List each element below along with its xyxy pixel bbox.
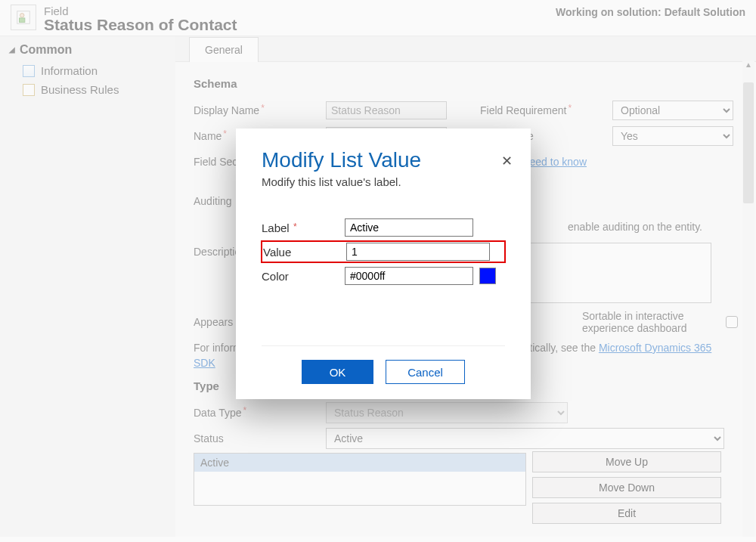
modify-list-value-dialog: ✕ Modify List Value Modify this list val…: [236, 129, 531, 399]
sidebar-section-common[interactable]: Common: [6, 39, 175, 61]
value-input[interactable]: [346, 243, 490, 261]
sidebar-item-business-rules[interactable]: Business Rules: [6, 80, 175, 99]
scroll-thumb[interactable]: [743, 82, 754, 203]
sortable-label: Sortable in interactive experience dashb…: [582, 310, 726, 334]
dialog-subtitle: Modify this list value's label.: [262, 175, 505, 188]
options-listbox[interactable]: Active: [194, 453, 526, 506]
close-button[interactable]: ✕: [498, 150, 516, 172]
schema-heading: Schema: [194, 77, 738, 90]
sidebar-item-label: Business Rules: [41, 83, 119, 96]
status-label: Status: [194, 432, 224, 444]
field-icon: [11, 5, 36, 30]
edit-button[interactable]: Edit: [532, 503, 721, 524]
move-down-button[interactable]: Move Down: [532, 477, 721, 498]
svg-rect-2: [20, 18, 25, 22]
cancel-button[interactable]: Cancel: [386, 360, 465, 384]
data-type-label: Data Type: [194, 407, 242, 419]
field-requirement-select[interactable]: Optional: [612, 101, 733, 120]
color-swatch[interactable]: [479, 268, 496, 284]
page-title: Status Reason of Contact: [44, 16, 237, 34]
sidebar-item-label: Information: [41, 64, 98, 77]
field-requirement-label: Field Requirement: [480, 104, 566, 116]
tab-row: General: [175, 36, 756, 62]
scrollbar[interactable]: ▲: [742, 60, 754, 537]
display-name-label: Display Name: [194, 104, 259, 116]
color-label: Color: [262, 270, 289, 283]
display-name-input[interactable]: [326, 101, 447, 119]
searchable-select[interactable]: Yes: [612, 126, 733, 146]
move-up-button[interactable]: Move Up: [532, 451, 721, 472]
sidebar-item-information[interactable]: Information: [6, 61, 175, 80]
need-to-know-link[interactable]: need to know: [524, 156, 587, 168]
sortable-checkbox[interactable]: [726, 316, 738, 328]
document-icon: [23, 65, 35, 77]
name-label: Name: [194, 130, 222, 142]
auditing-label: Auditing: [194, 195, 232, 207]
value-label: Value: [263, 246, 291, 259]
sidebar: Common Information Business Rules: [0, 36, 175, 537]
ok-button[interactable]: OK: [302, 360, 373, 384]
solution-label: Working on solution: Default Solution: [556, 5, 745, 18]
svg-point-1: [20, 14, 24, 18]
label-input[interactable]: [345, 218, 473, 237]
auditing-note: enable auditing on the entity.: [568, 221, 702, 233]
tab-general[interactable]: General: [189, 37, 259, 62]
label-label: Label: [262, 221, 290, 234]
color-input[interactable]: [345, 267, 473, 285]
list-item[interactable]: Active: [194, 454, 525, 472]
status-select[interactable]: Active: [326, 428, 724, 449]
close-icon: ✕: [501, 153, 513, 169]
data-type-select[interactable]: Status Reason: [326, 402, 568, 423]
scroll-up-arrow[interactable]: ▲: [742, 60, 754, 69]
header: Field Status Reason of Contact Working o…: [0, 0, 756, 36]
rules-icon: [23, 84, 35, 96]
dialog-title: Modify List Value: [262, 148, 505, 172]
value-row-highlight: Value: [262, 241, 505, 262]
